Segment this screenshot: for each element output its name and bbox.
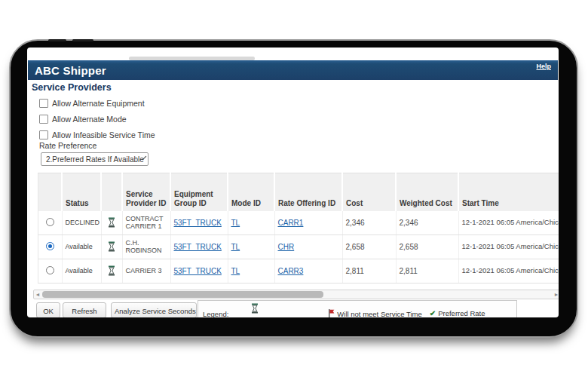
col-indicator xyxy=(101,173,122,212)
status-cell: DECLINED xyxy=(62,211,101,235)
help-link[interactable]: Help xyxy=(536,63,551,70)
legend-text: Will not meet Service Time xyxy=(337,310,421,317)
flag-red-icon xyxy=(328,309,335,317)
checkbox-allow-alternate-mode[interactable] xyxy=(39,115,48,124)
hourglass-legend-icon xyxy=(251,303,259,315)
weighted-cost-cell: 2,658 xyxy=(396,235,458,259)
start-time-cell: 12-1-2021 06:05 America/Chicago xyxy=(458,211,559,235)
rate-offering-link[interactable]: CARR1 xyxy=(278,219,304,227)
equipment-group-link[interactable]: 53FT_TRUCK xyxy=(174,243,222,251)
legend-box: Legend: Will not meet Service Time ✔ Pre… xyxy=(198,300,517,317)
app-title: ABC Shipper xyxy=(35,64,106,77)
table-row: DECLINED CONTRACT CARRIER 1 53FT_TRUCK T… xyxy=(38,211,559,235)
refresh-button[interactable]: Refresh xyxy=(63,302,106,317)
row-select-radio[interactable] xyxy=(46,242,54,250)
col-service-provider-id: Service Provider ID xyxy=(122,173,170,212)
app-header: ABC Shipper Help xyxy=(28,60,558,80)
checkbox-label: Allow Alternate Equipment xyxy=(52,99,145,108)
app-content: ABC Shipper Help Service Providers Allow… xyxy=(27,48,559,317)
hourglass-tender-icon xyxy=(108,265,115,277)
rate-offering-link[interactable]: CARR3 xyxy=(278,267,304,275)
provider-cell: CARRIER 3 xyxy=(122,259,170,284)
mode-link[interactable]: TL xyxy=(231,243,240,251)
checkbox-row-alternate-equipment: Allow Alternate Equipment xyxy=(39,99,145,108)
cost-cell: 2,658 xyxy=(342,235,396,259)
equipment-group-link[interactable]: 53FT_TRUCK xyxy=(174,219,222,227)
table-row: Available CARRIER 3 53FT_TRUCK TL CARR3 … xyxy=(38,259,559,284)
analyze-service-button[interactable]: Analyze Service Seconds xyxy=(111,302,197,317)
cost-cell: 2,346 xyxy=(342,211,396,235)
scrollbar-thumb[interactable] xyxy=(42,291,323,298)
col-rate-offering-id: Rate Offering ID xyxy=(274,173,342,212)
checkbox-row-alternate-mode: Allow Alternate Mode xyxy=(39,115,127,124)
scrollbar-track[interactable] xyxy=(41,291,553,298)
mode-link[interactable]: TL xyxy=(231,267,240,275)
start-time-cell: 12-1-2021 06:05 America/Chicago xyxy=(458,235,559,259)
bezel-antenna-line xyxy=(48,39,66,41)
rate-offering-link[interactable]: CHR xyxy=(278,243,295,251)
tablet-screen: ABC Shipper Help Service Providers Allow… xyxy=(27,48,559,317)
start-time-cell: 12-1-2021 06:05 America/Chicago xyxy=(458,259,559,284)
checkbox-allow-infeasible-service-time[interactable] xyxy=(39,130,48,139)
check-icon: ✔ xyxy=(430,309,436,317)
checkbox-row-infeasible-service-time: Allow Infeasible Service Time xyxy=(39,130,155,139)
hourglass-tender-icon xyxy=(108,217,115,229)
service-providers-table: Status Service Provider ID Equipment Gro… xyxy=(38,173,559,284)
rate-preference-select[interactable]: 2.Preferred Rates If Available xyxy=(41,152,149,166)
scroll-left-arrow-icon[interactable]: ◄ xyxy=(34,290,41,299)
hourglass-tender-icon xyxy=(108,241,115,253)
col-equipment-group-id: Equipment Group ID xyxy=(170,173,228,212)
col-weighted-cost: Weighted Cost xyxy=(396,173,458,212)
col-select xyxy=(38,173,63,212)
horizontal-scrollbar[interactable]: ◄ ► xyxy=(33,290,559,299)
col-status: Status xyxy=(62,173,101,212)
col-cost: Cost xyxy=(342,173,396,212)
checkbox-label: Allow Alternate Mode xyxy=(52,115,127,124)
ok-button[interactable]: OK xyxy=(36,302,60,317)
legend-label: Legend: xyxy=(203,310,228,317)
cost-cell: 2,811 xyxy=(342,259,396,284)
col-mode-id: Mode ID xyxy=(228,173,274,212)
table-row: Available C.H. ROBINSON 53FT_TRUCK TL CH… xyxy=(38,235,559,259)
equipment-group-link[interactable]: 53FT_TRUCK xyxy=(174,267,222,275)
rate-preference-label: Rate Preference xyxy=(39,141,96,150)
col-start-time: Start Time xyxy=(458,173,559,212)
tablet-frame: ABC Shipper Help Service Providers Allow… xyxy=(9,39,578,338)
row-select-radio[interactable] xyxy=(46,218,54,226)
legend-item-service-time: Will not meet Service Time xyxy=(328,309,421,317)
footer-bar: OK Refresh Analyze Service Seconds Legen… xyxy=(27,302,559,317)
page-title: Service Providers xyxy=(32,82,112,93)
legend-text: Preferred Rate xyxy=(438,309,485,317)
rate-preference-value: 2.Preferred Rates If Available xyxy=(46,155,144,164)
table-header-row: Status Service Provider ID Equipment Gro… xyxy=(38,173,559,212)
checkbox-allow-alternate-equipment[interactable] xyxy=(39,99,48,108)
provider-cell: C.H. ROBINSON xyxy=(122,235,170,259)
checkbox-label: Allow Infeasible Service Time xyxy=(52,130,155,139)
legend-item-preferred-rate: ✔ Preferred Rate xyxy=(430,309,485,317)
weighted-cost-cell: 2,811 xyxy=(396,259,458,284)
weighted-cost-cell: 2,346 xyxy=(396,211,458,235)
mode-link[interactable]: TL xyxy=(231,219,240,227)
row-select-radio[interactable] xyxy=(46,266,54,274)
status-cell: Available xyxy=(62,259,101,284)
status-cell: Available xyxy=(62,235,101,259)
bezel-antenna-line xyxy=(72,39,93,41)
scroll-right-arrow-icon[interactable]: ► xyxy=(553,290,559,299)
provider-cell: CONTRACT CARRIER 1 xyxy=(122,211,170,235)
